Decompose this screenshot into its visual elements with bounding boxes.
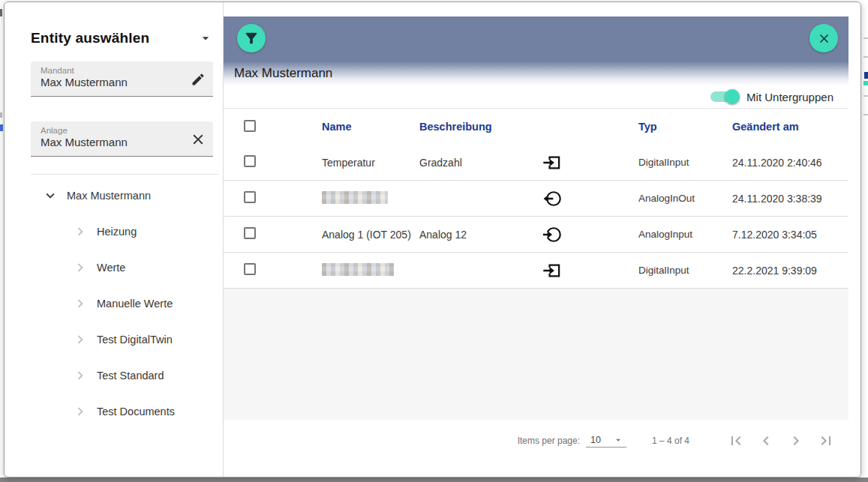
anlage-label: Anlage: [41, 126, 206, 135]
panel-title-band: Max Mustermann: [224, 61, 848, 85]
background-page-fragment: [864, 72, 868, 79]
mandant-label: Mandant: [41, 66, 206, 75]
table-header-row: Name Beschreibung Typ Geändert am: [224, 108, 848, 145]
tree-node[interactable]: Heizung: [31, 214, 218, 250]
tree-node[interactable]: Test Standard: [31, 358, 218, 394]
close-button[interactable]: [809, 24, 838, 52]
row-checkbox[interactable]: [244, 227, 256, 239]
cell-type: AnalogInput: [638, 229, 732, 240]
tree-node-label: Test DigitalTwin: [97, 334, 173, 346]
filter-icon: [243, 30, 260, 46]
first-page-icon: [727, 432, 745, 450]
chevron-right-icon[interactable]: [72, 259, 89, 276]
page-range-label: 1 – 4 of 4: [652, 436, 689, 446]
background-page-fragment: [863, 37, 868, 39]
table-empty-area: [224, 289, 848, 420]
entity-tree: Max Mustermann Heizung Werte Manuelle We…: [31, 174, 218, 430]
clear-anlage-button[interactable]: [190, 131, 206, 148]
sidebar-title-row: Entity auswählen: [31, 30, 213, 46]
row-checkbox[interactable]: [244, 263, 256, 275]
chevron-right-icon[interactable]: [72, 295, 89, 312]
mandant-value: Max Mustermann: [41, 76, 206, 88]
tree-node[interactable]: Manuelle Werte: [31, 286, 218, 322]
column-header-name[interactable]: Name: [322, 121, 419, 133]
table-row[interactable]: Analog 1 (IOT 205) Analog 12 AnalogInput…: [224, 217, 848, 253]
next-page-button[interactable]: [781, 426, 811, 456]
column-header-modified[interactable]: Geändert am: [732, 121, 848, 133]
chevron-right-icon[interactable]: [72, 331, 89, 348]
tree-node[interactable]: Werte: [31, 250, 218, 286]
dialog-title: Entity auswählen: [31, 30, 149, 46]
clear-x-icon: [190, 131, 206, 148]
cell-type: DigitalInput: [638, 157, 732, 168]
paginator: Items per page: 10 1 – 4 of 4: [224, 420, 860, 462]
toggle-thumb: [725, 89, 740, 104]
tree-node[interactable]: Test Documents: [31, 394, 218, 430]
chevron-down-icon[interactable]: [42, 187, 59, 204]
previous-page-button[interactable]: [751, 426, 781, 456]
panel-title: Max Mustermann: [234, 66, 332, 81]
subgroups-toggle-label: Mit Untergruppen: [746, 91, 833, 103]
panel-header-bar: [224, 16, 848, 61]
select-caret-icon: [611, 435, 625, 445]
digital-input-icon: [539, 153, 638, 172]
tree-node[interactable]: Test DigitalTwin: [31, 322, 218, 358]
background-page-fragment: [863, 114, 868, 115]
mandant-field[interactable]: Mandant Max Mustermann: [31, 61, 213, 97]
tree-node-label: Werte: [97, 262, 125, 274]
redacted-name: [322, 191, 388, 204]
chevron-right-icon[interactable]: [72, 367, 89, 384]
cell-name: Temperatur: [322, 157, 419, 169]
window-bottom-edge: [0, 478, 868, 482]
subgroups-toggle[interactable]: [710, 91, 737, 102]
collapse-caret-icon[interactable]: [198, 31, 213, 46]
page-size-select[interactable]: 10: [586, 435, 626, 448]
last-page-icon: [817, 432, 835, 450]
pagination-controls: [721, 426, 841, 456]
digital-input-icon: [539, 261, 638, 280]
previous-page-icon: [757, 432, 775, 450]
close-icon: [817, 31, 831, 46]
background-page-fragment: [0, 124, 3, 131]
table-row[interactable]: Temperatur Gradzahl DigitalInput 24.11.2…: [224, 145, 848, 181]
edit-pencil-icon: [191, 72, 206, 87]
anlage-value: Max Mustermann: [41, 136, 206, 148]
tree-node-label: Test Standard: [97, 370, 164, 382]
cell-type: DigitalInput: [638, 265, 732, 276]
table-row[interactable]: DigitalInput 22.2.2021 9:39:09: [224, 253, 848, 289]
subgroups-toggle-row: Mit Untergruppen: [224, 85, 833, 108]
edit-mandant-button[interactable]: [190, 71, 206, 88]
filter-button[interactable]: [237, 24, 266, 52]
items-per-page-label: Items per page:: [518, 436, 580, 446]
analog-input-icon: [539, 225, 638, 244]
chevron-right-icon[interactable]: [72, 403, 89, 420]
select-all-checkbox[interactable]: [244, 120, 256, 132]
tree-node-root[interactable]: Max Mustermann: [31, 178, 218, 214]
background-page-fragment: [863, 56, 868, 58]
cell-type: AnalogInOut: [638, 193, 732, 204]
chevron-right-icon[interactable]: [72, 223, 89, 240]
tree-node-label: Max Mustermann: [67, 190, 151, 202]
page-size-value: 10: [590, 435, 601, 445]
tree-node-label: Test Documents: [97, 406, 175, 418]
main-panel: Max Mustermann Mit Untergruppen Name Bes…: [224, 2, 860, 477]
analog-in-out-icon: [539, 189, 638, 208]
cell-description: Analog 12: [419, 229, 539, 241]
tree-node-label: Manuelle Werte: [97, 298, 173, 310]
tree-node-label: Heizung: [97, 226, 137, 238]
sidebar: Entity auswählen Mandant Max Mustermann …: [5, 2, 224, 477]
next-page-icon: [787, 432, 805, 450]
anlage-field[interactable]: Anlage Max Mustermann: [31, 121, 213, 157]
last-page-button[interactable]: [811, 426, 841, 456]
row-checkbox[interactable]: [244, 155, 256, 167]
cell-modified: 22.2.2021 9:39:09: [732, 265, 848, 277]
column-header-description[interactable]: Beschreibung: [419, 121, 539, 133]
cell-description: Gradzahl: [419, 157, 539, 169]
row-checkbox[interactable]: [244, 191, 256, 203]
cell-name: Analog 1 (IOT 205): [322, 229, 419, 241]
cell-modified: 24.11.2020 3:38:39: [732, 193, 848, 205]
first-page-button[interactable]: [721, 426, 751, 456]
background-page-fragment: [863, 81, 868, 85]
table-row[interactable]: AnalogInOut 24.11.2020 3:38:39: [224, 181, 848, 217]
column-header-type[interactable]: Typ: [638, 121, 732, 133]
